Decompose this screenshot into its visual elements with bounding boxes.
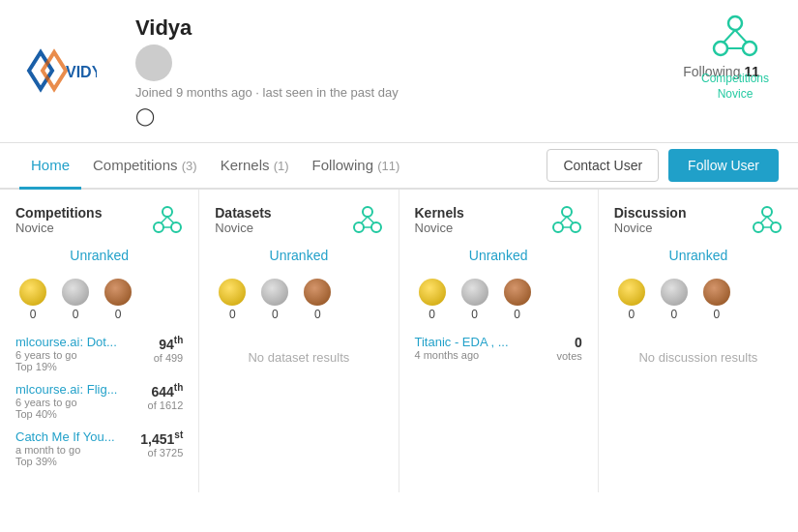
kernels-medals: 0 0 0 [415,279,582,321]
silver-count-discussion: 0 [670,308,677,321]
competitions-entries: mlcourse.ai: Dot... 6 years to go Top 19… [15,335,183,467]
kernel-entry-row: Titanic - EDA , ... 4 months ago 0 votes [415,335,582,362]
silver-count: 0 [73,308,79,321]
medal-bronze-datasets: 0 [304,279,331,321]
tab-home[interactable]: Home [19,143,81,190]
comp-entry-2-of: of 1612 [148,399,184,411]
svg-point-21 [562,207,572,217]
svg-point-4 [714,42,727,55]
badge-label: Competitions Novice [692,72,779,102]
kernel-entry-title[interactable]: Titanic - EDA , ... [415,335,509,349]
kernels-tier-icon [551,205,582,236]
gold-count-discussion: 0 [628,308,635,321]
silver-count-datasets: 0 [272,308,279,321]
discussion-tier-icon [752,205,783,236]
silver-medal-icon-datasets [261,279,288,306]
badge-network-icon [709,12,761,64]
comp-entry-2-meta1: 6 years to go [15,397,117,408]
kernels-rank: Unranked [415,248,582,263]
medal-gold: 0 [19,279,46,321]
contact-user-button[interactable]: Contact User [547,149,659,182]
svg-line-19 [368,217,374,223]
card-kernels: Kernels Novice Unranked 0 0 [399,190,599,492]
discussion-title: Discussion [614,205,687,221]
bronze-medal-icon [104,279,132,306]
svg-line-31 [767,217,774,223]
datasets-no-results: No dataset results [215,350,382,365]
svg-point-3 [728,16,742,30]
kernel-entry: Titanic - EDA , ... 4 months ago 0 votes [415,335,582,362]
svg-line-13 [167,217,174,223]
comp-entry-2-meta2: Top 40% [15,408,117,420]
gold-count: 0 [30,308,37,321]
tab-kernels[interactable]: Kernels (1) [209,143,301,190]
comp-entry-1: mlcourse.ai: Dot... 6 years to go Top 19… [15,335,183,372]
svg-line-18 [361,217,368,223]
vidya-logo: VIDYA [19,44,97,98]
tab-following[interactable]: Following (11) [301,143,412,190]
silver-medal-icon-kernels [461,279,488,306]
username: Vidya [135,15,683,41]
bronze-count-discussion: 0 [713,308,720,321]
gold-medal-icon-discussion [618,279,645,306]
follow-user-button[interactable]: Follow User [668,149,779,182]
svg-line-24 [560,217,567,223]
silver-medal-icon [62,279,89,306]
tab-competitions[interactable]: Competitions (3) [81,143,209,190]
tabs-bar: Home Competitions (3) Kernels (1) Follow… [0,143,798,190]
comp-entry-1-title[interactable]: mlcourse.ai: Dot... [15,335,117,349]
cards-grid: Competitions Novice Unranked 0 0 [0,190,798,492]
gold-medal-icon [19,279,46,306]
competitions-medals: 0 0 0 [15,279,183,321]
datasets-rank: Unranked [215,248,382,263]
datasets-medals: 0 0 0 [215,279,382,321]
svg-point-15 [363,207,372,217]
silver-count-kernels: 0 [471,308,478,321]
datasets-title: Datasets [215,205,271,221]
svg-point-17 [371,222,381,232]
kernel-votes-label: votes [556,350,581,362]
svg-point-22 [553,222,563,232]
comp-entry-3-title[interactable]: Catch Me If You... [15,429,115,444]
tab-actions: Contact User Follow User [547,149,779,182]
svg-point-5 [743,42,756,55]
discussion-rank: Unranked [614,248,783,263]
comp-entry-1-meta1: 6 years to go [15,349,117,361]
svg-text:VIDYA: VIDYA [66,64,97,80]
comp-entry-3-rank: 1,451st [140,429,183,447]
bronze-count-kernels: 0 [514,308,520,321]
svg-line-25 [567,217,574,223]
svg-point-23 [571,222,580,232]
kernels-subtitle: Novice [415,221,464,235]
svg-line-12 [161,217,167,223]
card-datasets: Datasets Novice Unranked 0 0 [199,190,399,492]
card-competitions: Competitions Novice Unranked 0 0 [0,190,199,492]
kernel-entry-meta: 4 months ago [415,349,509,361]
medal-bronze: 0 [104,279,132,321]
datasets-tier-icon [352,205,383,236]
competitions-title: Competitions [15,205,102,221]
bronze-count: 0 [115,308,122,321]
medal-bronze-discussion: 0 [703,279,730,321]
card-discussion-header: Discussion Novice [614,205,783,236]
svg-point-9 [163,207,172,217]
comp-entry-3: Catch Me If You... a month to go Top 39%… [15,429,183,467]
user-joined: Joined 9 months ago · last seen in the p… [135,85,683,100]
kernel-votes: 0 [556,335,581,350]
github-icon[interactable]: ◯ [135,106,155,126]
medal-bronze-kernels: 0 [504,279,531,321]
discussion-subtitle: Novice [614,221,687,235]
datasets-subtitle: Novice [215,221,271,235]
medal-gold-datasets: 0 [219,279,246,321]
medal-silver-kernels: 0 [461,279,488,321]
svg-point-11 [171,222,181,232]
comp-entry-2-title[interactable]: mlcourse.ai: Flig... [15,382,117,397]
bronze-medal-icon-discussion [703,279,730,306]
discussion-no-results: No discussion results [614,350,783,365]
logo-area: VIDYA [19,44,97,98]
card-kernels-header: Kernels Novice [415,205,582,236]
comp-entry-2: mlcourse.ai: Flig... 6 years to go Top 4… [15,382,183,420]
competitions-badge: Competitions Novice [692,12,779,102]
svg-point-28 [754,222,763,232]
user-info: Vidya Joined 9 months ago · last seen in… [135,15,683,127]
